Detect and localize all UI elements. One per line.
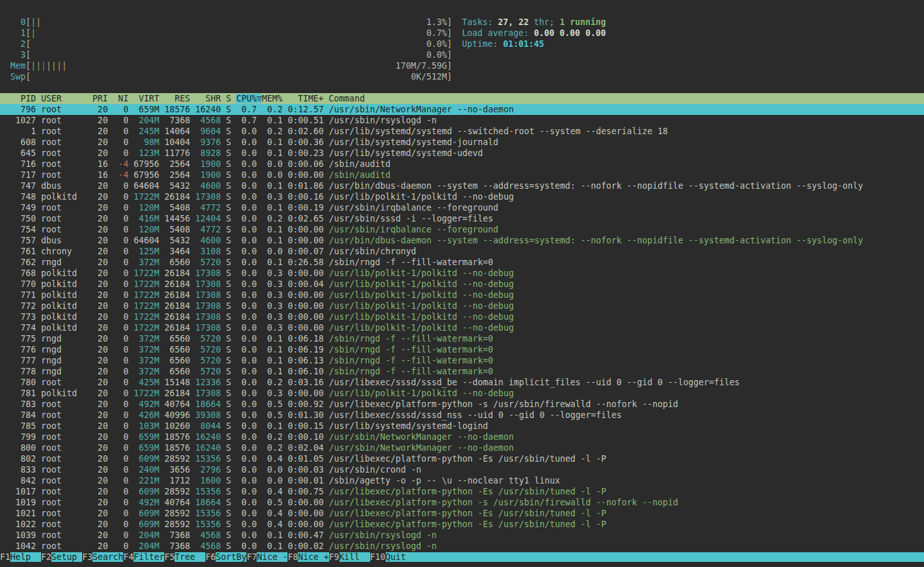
process-row[interactable]: 717 root 16 -4 67956 2564 1900 S 0.0 0.0… [0,170,924,180]
process-row[interactable]: 774 polkitd 20 0 1722M 26184 17308 S 0.0… [0,322,924,333]
process-row[interactable]: 784 root 20 0 426M 40996 39308 S 0.0 0.5… [0,410,924,421]
shr-cell: 9376 [190,137,221,147]
process-row[interactable]: 1021 root 20 0 609M 28592 15356 S 0.0 0.… [0,508,924,519]
process-row[interactable]: 748 polkitd 20 0 1722M 26184 17308 S 0.0… [0,191,924,202]
process-row[interactable]: 608 root 20 0 98M 10404 9376 S 0.0 0.1 0… [0,137,924,148]
process-row[interactable]: 778 rngd 20 0 372M 6560 5720 S 0.0 0.1 0… [0,366,924,377]
command-cell: /sbin/rngd -f --fill-watermark=0 [323,257,493,267]
process-row[interactable]: 800 root 20 0 659M 18576 16240 S 0.0 0.2… [0,442,924,453]
meter-3: 3[ 0.0%] [0,49,452,60]
process-row[interactable]: 1019 root 20 0 492M 40764 18664 S 0.0 0.… [0,497,924,508]
process-row[interactable]: 761 chrony 20 0 125M 3464 3108 S 0.0 0.0… [0,246,924,257]
fkey-item-nice[interactable]: F8Nice + [287,552,329,562]
process-row[interactable]: 645 root 20 0 123M 11776 8928 S 0.0 0.1 … [0,148,924,159]
process-row[interactable]: 1027 root 20 0 204M 7368 4568 S 0.7 0.1 … [0,115,924,126]
pri-cell: 16 [87,159,108,169]
mem-cell: 0.3 [257,192,282,202]
process-row[interactable]: 762 rngd 20 0 372M 6560 5720 S 0.0 0.1 0… [0,257,924,268]
process-row[interactable]: 802 root 20 0 609M 28592 15356 S 0.0 0.4… [0,453,924,464]
process-row[interactable]: 1042 root 20 0 204M 7368 4568 S 0.0 0.1 … [0,541,924,552]
process-row[interactable]: 754 root 20 0 120M 5408 4772 S 0.0 0.1 0… [0,224,924,235]
shr-cell: 4568 [190,541,221,551]
process-row[interactable]: 785 root 20 0 103M 10260 8044 S 0.0 0.1 … [0,421,924,432]
process-row[interactable]: 777 rngd 20 0 372M 6560 5720 S 0.0 0.1 0… [0,355,924,366]
process-row[interactable]: 757 dbus 20 0 64604 5432 4600 S 0.0 0.1 … [0,235,924,246]
pri-cell: 20 [87,465,108,475]
process-row[interactable]: 776 rngd 20 0 372M 6560 5720 S 0.0 0.1 0… [0,344,924,355]
fkey-item-sortby[interactable]: F6SortBy [205,552,246,562]
process-row[interactable]: 799 root 20 0 659M 18576 16240 S 0.0 0.2… [0,432,924,442]
state-cell: S [221,257,231,267]
mem-cell: 0.1 [257,334,282,344]
process-row[interactable]: 747 dbus 20 0 64604 5432 4600 S 0.0 0.1 … [0,180,924,191]
fkey-item-tree[interactable]: F5Tree [164,552,205,562]
process-row[interactable]: 1039 root 20 0 204M 7368 4568 S 0.0 0.1 … [0,530,924,541]
state-cell: S [221,388,231,398]
mem-cell: 0.2 [257,443,282,453]
fkey-item-search[interactable]: F3Search [82,552,123,562]
pid-cell: 1021 [0,509,36,518]
process-row[interactable]: 1017 root 20 0 609M 28592 15356 S 0.0 0.… [0,486,924,497]
process-row-selected[interactable]: 796 root 20 0 659M 18576 16240 S 0.7 0.2… [0,104,924,115]
column-headers-right[interactable]: MEM% TIME+ Command [262,94,364,103]
process-row[interactable]: 783 root 20 0 492M 40764 18664 S 0.0 0.5… [0,399,924,410]
process-row[interactable]: 780 root 20 0 425M 15148 12336 S 0.0 0.2… [0,377,924,388]
process-row[interactable]: 768 polkitd 20 0 1722M 26184 17308 S 0.0… [0,268,924,279]
fkey-item-quit[interactable]: F10Quit [370,552,924,562]
res-cell: 14064 [159,126,190,136]
virt-cell: 221M [128,476,159,485]
pri-cell: 20 [87,137,108,147]
process-row[interactable]: 1022 root 20 0 609M 28592 15356 S 0.0 0.… [0,519,924,530]
pid-cell: 784 [0,410,36,420]
pid-cell: 783 [0,399,36,409]
command-cell: /usr/lib/polkit-1/polkitd --no-debug [323,323,513,333]
process-row[interactable]: 772 polkitd 20 0 1722M 26184 17308 S 0.0… [0,301,924,311]
process-row[interactable]: 1 root 20 0 245M 14064 9604 S 0.0 0.2 0:… [0,126,924,137]
shr-cell: 8044 [190,421,221,431]
mem-cell: 0.4 [257,454,282,464]
process-row[interactable]: 750 root 20 0 416M 14456 12404 S 0.0 0.2… [0,213,924,224]
process-row[interactable]: 775 rngd 20 0 372M 6560 5720 S 0.0 0.1 0… [0,333,924,344]
fkey-item-filter[interactable]: F4Filter [123,552,164,562]
virt-cell: 609M [128,454,159,464]
fkey-item-kill[interactable]: F9Kill [329,552,370,562]
virt-cell: 1722M [128,312,159,322]
meter-0: 0[|| 1.3%] [0,17,452,28]
state-cell: S [221,410,231,420]
pri-cell: 20 [87,312,108,322]
command-cell: /usr/libexec/sssd/sssd_be --domain impli… [323,378,739,387]
process-row[interactable]: 771 polkitd 20 0 1722M 26184 17308 S 0.0… [0,290,924,301]
process-row[interactable]: 833 root 20 0 240M 3656 2796 S 0.0 0.0 0… [0,464,924,475]
pri-cell: 20 [87,530,108,540]
mem-cell: 0.1 [257,116,282,125]
res-cell: 26184 [159,192,190,202]
pid-cell: 749 [0,203,36,213]
time-cell: 0:00.03 [282,465,323,475]
column-header-cpu-sorted[interactable]: CPU%▽ [236,94,262,103]
res-cell: 18576 [159,443,190,453]
command-cell: /usr/libexec/platform-python -Es /usr/sb… [323,454,606,464]
process-row[interactable]: 842 root 20 0 221M 1712 1600 S 0.0 0.0 0… [0,475,924,486]
fkey-item-help[interactable]: F1Help [0,552,41,562]
column-headers-left[interactable]: PID USER PRI NI VIRT RES SHR S [0,94,236,103]
res-cell: 11776 [159,148,190,158]
meter-bar: | [46,61,51,71]
shr-cell: 17308 [190,192,221,202]
virt-cell: 609M [128,509,159,518]
process-row[interactable]: 716 root 16 -4 67956 2564 1900 S 0.0 0.0… [0,159,924,170]
fkey-label: Filter [133,552,164,562]
process-row[interactable]: 781 polkitd 20 0 1722M 26184 17308 S 0.0… [0,388,924,399]
fkey-item-setup[interactable]: F2Setup [41,552,82,562]
command-cell: /usr/sbin/NetworkManager --no-daemon [323,443,513,453]
nice-cell: 0 [108,290,128,300]
mem-cell: 0.1 [257,421,282,431]
mem-cell: 0.0 [257,476,282,485]
state-cell: S [221,268,231,278]
fkey-item-nice[interactable]: F7Nice - [246,552,287,562]
process-row[interactable]: 749 root 20 0 120M 5408 4772 S 0.0 0.1 0… [0,202,924,213]
process-row[interactable]: 770 polkitd 20 0 1722M 26184 17308 S 0.0… [0,279,924,290]
virt-cell: 125M [128,247,159,256]
process-row[interactable]: 773 polkitd 20 0 1722M 26184 17308 S 0.0… [0,311,924,322]
command-cell: /usr/lib/polkit-1/polkitd --no-debug [323,388,513,398]
mem-cell: 0.1 [257,236,282,245]
